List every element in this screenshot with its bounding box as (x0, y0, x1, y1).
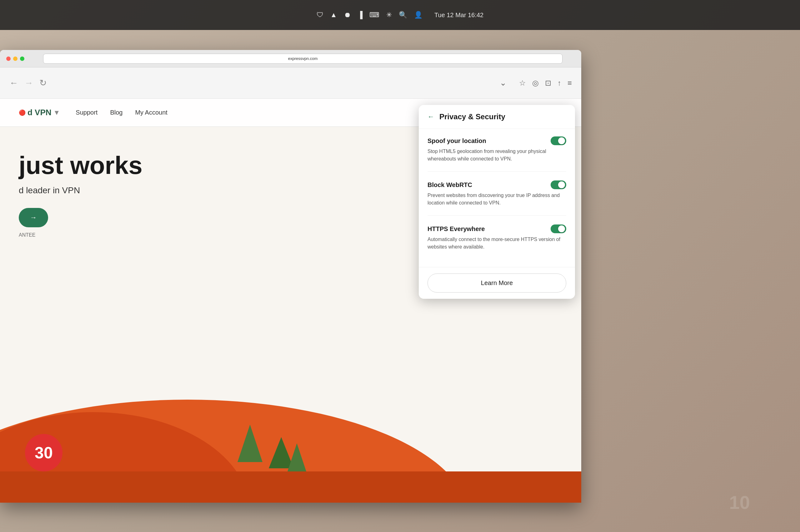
logo-text: d VPN (28, 108, 52, 117)
user-icon: 👤 (414, 11, 422, 19)
spoof-location-title: Spoof your location (428, 137, 486, 145)
panel-title: Privacy & Security (439, 112, 505, 121)
system-menubar: 🛡 ▲ ⏺ ▐ ⌨ ✳ 🔍 👤 Tue 12 Mar 16:42 (0, 0, 800, 30)
keyboard-icon: ⌨ (369, 11, 379, 19)
menu-icon[interactable]: ≡ (567, 79, 572, 88)
hero-landscape (0, 362, 581, 503)
svg-rect-5 (0, 471, 581, 503)
toggle-knob-https (558, 225, 565, 232)
bottom-watermark: 10 (729, 492, 750, 513)
https-everywhere-desc: Automatically connect to the more-secure… (428, 236, 566, 251)
screenshot-icon[interactable]: ⊡ (545, 79, 551, 88)
chevron-down-icon[interactable]: ⌄ (500, 78, 507, 88)
system-time: Tue 12 Mar 16:42 (434, 12, 484, 19)
spoof-location-desc: Stop HTML5 geolocation from revealing yo… (428, 148, 566, 163)
pocket-icon[interactable]: ◎ (532, 79, 539, 88)
shield-icon: 🛡 (316, 11, 324, 19)
hero-cta-button[interactable]: → (19, 208, 48, 227)
nav-my-account[interactable]: My Account (135, 109, 167, 116)
share-icon[interactable]: ↑ (558, 79, 561, 88)
cta-arrow-icon: → (30, 213, 37, 222)
divider-1 (428, 171, 566, 172)
toggle-knob-webrtc (558, 182, 565, 188)
vpn-logo: 🔴 d VPN ▼ (19, 108, 60, 117)
traffic-lights (6, 57, 24, 61)
url-text: expressvpn.com (47, 56, 559, 61)
back-arrow-icon: ← (428, 113, 434, 121)
bluetooth-icon: ✳ (386, 11, 392, 19)
spoof-location-header: Spoof your location (428, 136, 566, 145)
panel-back-button[interactable]: ← (428, 113, 434, 121)
system-icons: 🛡 ▲ ⏺ ▐ ⌨ ✳ 🔍 👤 Tue 12 Mar 16:42 (316, 11, 484, 19)
forward-icon[interactable]: → (24, 78, 33, 88)
browser-toolbar: ← → ↻ ⌄ ☆ ◎ ⊡ ↑ ≡ (0, 68, 581, 99)
nav-support[interactable]: Support (76, 109, 97, 116)
block-webrtc-item: Block WebRTC Prevent websites from disco… (428, 180, 566, 207)
reload-icon[interactable]: ↻ (39, 78, 47, 88)
record-icon: ⏺ (344, 11, 351, 19)
block-webrtc-title: Block WebRTC (428, 182, 472, 189)
bars-icon: ▐ (358, 11, 363, 19)
privacy-panel: ← Privacy & Security Spoof your location… (419, 105, 575, 299)
divider-2 (428, 215, 566, 216)
block-webrtc-header: Block WebRTC (428, 180, 566, 189)
block-webrtc-toggle[interactable] (551, 180, 566, 189)
search-icon: 🔍 (399, 11, 407, 19)
https-everywhere-toggle[interactable] (551, 225, 566, 233)
browser-window: expressvpn.com ← → ↻ ⌄ ☆ ◎ ⊡ ↑ ≡ 🔴 d VPN… (0, 50, 581, 503)
hero-text: just works (19, 151, 143, 179)
spoof-location-item: Spoof your location Stop HTML5 geolocati… (428, 136, 566, 163)
spoof-location-toggle[interactable] (551, 136, 566, 145)
https-everywhere-header: HTTPS Everywhere (428, 225, 566, 233)
close-button[interactable] (6, 57, 11, 61)
back-icon[interactable]: ← (10, 78, 18, 88)
panel-body: Spoof your location Stop HTML5 geolocati… (419, 129, 575, 267)
website-content: 🔴 d VPN ▼ Support Blog My Account 🌐 Engl… (0, 99, 581, 503)
hero-headline: just works (19, 152, 237, 179)
wifi-icon: ▲ (330, 11, 337, 19)
toggle-knob-spoof (558, 137, 565, 144)
browser-title-bar: expressvpn.com (0, 50, 581, 68)
block-webrtc-desc: Prevent websites from discovering your t… (428, 192, 566, 207)
calendar-badge: 30 (25, 434, 62, 471)
minimize-button[interactable] (13, 57, 18, 61)
panel-footer: Learn More (419, 267, 575, 299)
nav-blog[interactable]: Blog (110, 109, 123, 116)
learn-more-button[interactable]: Learn More (428, 273, 566, 292)
star-icon[interactable]: ☆ (519, 79, 526, 88)
https-everywhere-title: HTTPS Everywhere (428, 225, 485, 233)
panel-header: ← Privacy & Security (419, 105, 575, 129)
address-bar[interactable]: expressvpn.com (43, 54, 563, 64)
calendar-number: 30 (25, 434, 62, 471)
https-everywhere-item: HTTPS Everywhere Automatically connect t… (428, 225, 566, 251)
maximize-button[interactable] (20, 57, 24, 61)
